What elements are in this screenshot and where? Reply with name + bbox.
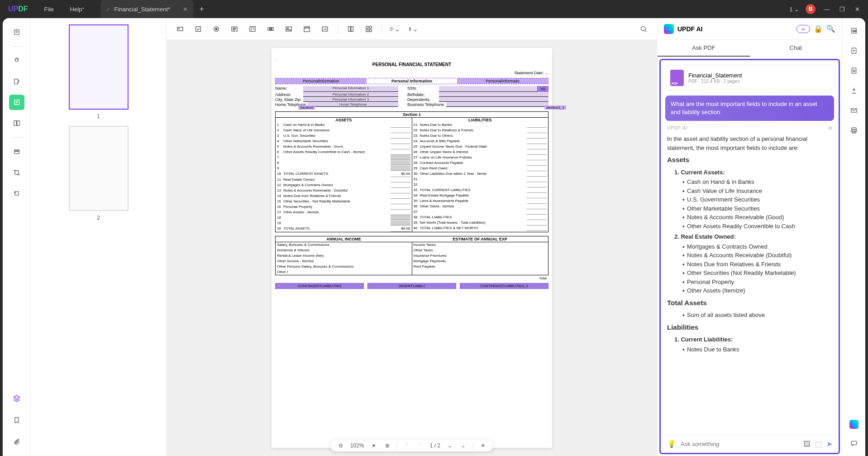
settings-tool[interactable]: ⌄: [407, 24, 418, 34]
organize-icon[interactable]: [9, 115, 24, 131]
tab-doc-icon: ⟋: [105, 6, 111, 13]
user-question: What are the most important fields to in…: [665, 96, 834, 121]
file-meta: PDF · 212.4 KB · 2 pages: [688, 79, 742, 84]
radio-tool[interactable]: [211, 24, 222, 34]
search-tool[interactable]: [638, 24, 649, 34]
close-zoom-button[interactable]: ✕: [479, 442, 487, 449]
pi-tag-left[interactable]: PersonalInformation: [276, 78, 367, 84]
crop-attach-icon[interactable]: ⬚: [815, 440, 822, 448]
infinity-button[interactable]: ∞: [796, 25, 810, 33]
address-field[interactable]: Personal Information 2: [303, 92, 398, 97]
ai-title: UPDF AI: [677, 25, 796, 33]
tab-name: Financial_Statement*: [114, 6, 171, 13]
zoom-out-button[interactable]: ⊖: [337, 442, 345, 449]
svg-rect-8: [177, 27, 183, 31]
send-button[interactable]: ➤: [826, 440, 832, 448]
print-icon[interactable]: [848, 124, 860, 137]
dropdown-tool[interactable]: [229, 24, 240, 34]
rotate-icon[interactable]: [9, 186, 24, 201]
export-icon[interactable]: [848, 44, 860, 57]
text-field-tool[interactable]: [175, 24, 186, 34]
ai-input-field[interactable]: [681, 441, 799, 447]
protect-icon[interactable]: [848, 64, 860, 77]
order-tool[interactable]: ⌄: [389, 24, 400, 34]
crop-icon[interactable]: [9, 165, 24, 180]
business-phone-field[interactable]: [446, 102, 548, 107]
svg-text:OK: OK: [269, 28, 273, 30]
chat-tab[interactable]: Chat: [750, 40, 842, 57]
ssn-field[interactable]: [439, 86, 537, 92]
minimize-button[interactable]: —: [822, 4, 831, 14]
menu-file[interactable]: File: [36, 6, 62, 13]
right-toolbar: OCR: [842, 18, 865, 456]
thumbnail-2[interactable]: 2: [37, 126, 160, 221]
close-window-button[interactable]: ✕: [853, 4, 862, 14]
document-tab[interactable]: ⟋ Financial_Statement* ✕: [100, 0, 194, 18]
close-tab-button[interactable]: ✕: [183, 6, 188, 13]
next-page-button[interactable]: ⌄: [446, 442, 454, 449]
page-input[interactable]: 1 / 2: [430, 442, 440, 449]
menu-help[interactable]: Help●: [62, 6, 92, 13]
user-avatar[interactable]: B: [806, 4, 816, 14]
add-tab-button[interactable]: +: [200, 5, 204, 13]
grid-tool[interactable]: [363, 24, 374, 34]
svg-rect-6: [15, 151, 19, 151]
file-name: Financial_Statement: [688, 72, 742, 79]
svg-point-11: [215, 28, 217, 30]
checkbox-tool[interactable]: [193, 24, 204, 34]
bookmark-icon[interactable]: [9, 413, 24, 428]
attachment-icon[interactable]: [9, 434, 24, 450]
zoom-bar: ⊖ 102% ▾ ⊕ ⌃ ⌃ 1 / 2 ⌄ ⌄ ✕: [330, 440, 493, 451]
pi-header: Personal Information: [367, 78, 458, 84]
pi-tag-right[interactable]: PersonalInformatic: [457, 78, 548, 84]
csz-field[interactable]: Personal Information 3: [303, 97, 398, 102]
share-icon[interactable]: [848, 84, 860, 97]
ai-logo-icon: [664, 24, 674, 34]
name-field[interactable]: Personal Information 1: [303, 86, 398, 92]
search-ai-icon[interactable]: 🔍: [826, 24, 835, 33]
button-tool[interactable]: OK: [265, 24, 276, 34]
prev-page-button[interactable]: ⌃: [416, 442, 424, 449]
svg-rect-3: [14, 121, 16, 126]
svg-point-28: [641, 26, 645, 30]
copy-icon[interactable]: ⧉: [829, 125, 832, 131]
list-tool[interactable]: [247, 24, 258, 34]
birthdate-field[interactable]: [439, 92, 548, 97]
lightbulb-icon[interactable]: 💡: [667, 440, 676, 448]
highlight-icon[interactable]: [9, 53, 24, 68]
svg-rect-33: [853, 70, 855, 72]
layers-icon[interactable]: [9, 391, 24, 406]
svg-rect-21: [351, 26, 353, 31]
lock-icon[interactable]: 🔒: [814, 24, 823, 33]
zoom-in-button[interactable]: ⊕: [383, 442, 391, 449]
thumbnail-1[interactable]: 1: [37, 24, 160, 120]
svg-rect-25: [369, 29, 372, 32]
align-tool[interactable]: [345, 24, 356, 34]
signature-tool[interactable]: [320, 24, 330, 34]
form-mode-icon[interactable]: [9, 95, 24, 110]
file-info-box: Financial_Statement PDF · 212.4 KB · 2 p…: [665, 65, 834, 91]
ocr-icon[interactable]: OCR: [848, 24, 860, 37]
main-area: OK ⌄ ⌄ , PERSONAL FINANCIAL STATEMENT St…: [167, 18, 657, 456]
page-indicator[interactable]: 1 ⌄: [789, 6, 799, 13]
ai-toggle-icon[interactable]: [848, 418, 860, 431]
date-field-tool[interactable]: [301, 24, 312, 34]
first-page-button[interactable]: ⌃: [403, 442, 411, 449]
edit-text-icon[interactable]: [9, 74, 24, 89]
document-viewport[interactable]: , PERSONAL FINANCIAL STATEMENT Statement…: [167, 40, 657, 456]
ask-pdf-tab[interactable]: Ask PDF: [658, 40, 750, 57]
maximize-button[interactable]: ❐: [838, 4, 847, 14]
reader-mode-icon[interactable]: [9, 24, 24, 40]
thumbnail-panel: 1 2: [31, 18, 167, 456]
svg-point-26: [410, 27, 410, 28]
comments-icon[interactable]: [848, 437, 860, 450]
image-attach-icon[interactable]: 🖼: [803, 440, 811, 448]
dependents-field[interactable]: [439, 97, 548, 102]
zoom-dropdown[interactable]: ▾: [370, 442, 378, 449]
image-field-tool[interactable]: [283, 24, 294, 34]
last-page-button[interactable]: ⌄: [459, 442, 467, 449]
home-phone-field[interactable]: Home Telephone: [308, 102, 398, 107]
zoom-level[interactable]: 102%: [350, 442, 364, 449]
email-icon[interactable]: [848, 104, 860, 117]
redact-icon[interactable]: [9, 144, 24, 159]
